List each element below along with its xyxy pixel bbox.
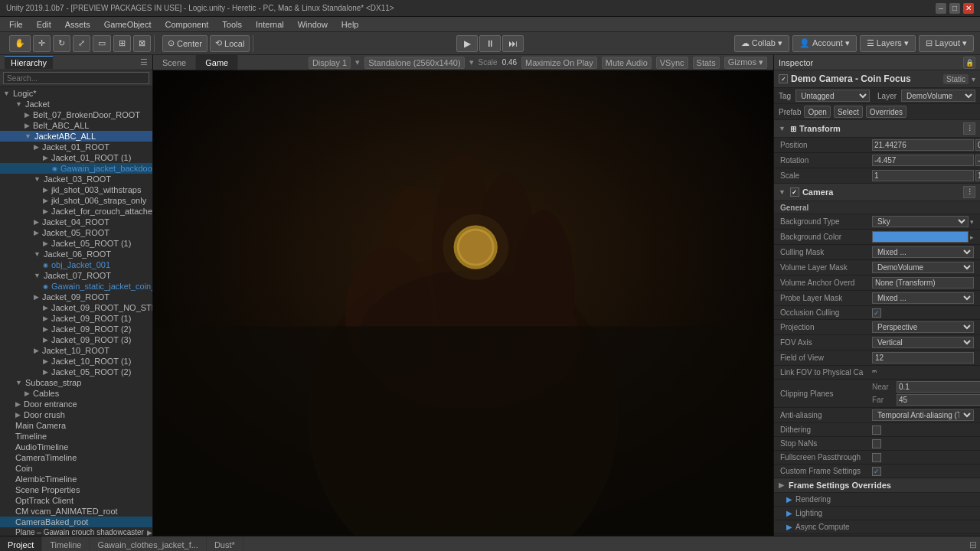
list-item[interactable]: ▼JacketABC_ALL: [0, 131, 152, 142]
list-item[interactable]: CameraTimeline: [0, 452, 152, 463]
prefab-open-btn[interactable]: Open: [804, 106, 830, 118]
menu-help[interactable]: Help: [335, 18, 365, 31]
list-item[interactable]: ▶Cables: [0, 388, 152, 399]
pivot-button[interactable]: ⊙ Center: [162, 35, 207, 52]
menu-gameobject[interactable]: GameObject: [98, 18, 158, 31]
rect-tool[interactable]: ▭: [93, 35, 111, 52]
menu-internal[interactable]: Internal: [250, 18, 290, 31]
bg-type-select[interactable]: Sky: [872, 216, 969, 227]
custom-frame-checkbox[interactable]: [872, 467, 881, 476]
dust-tab[interactable]: Dust*: [207, 536, 243, 551]
pause-button[interactable]: ⏸: [479, 35, 501, 52]
list-item[interactable]: ▼Jacket_03_ROOT: [0, 174, 152, 184]
list-item[interactable]: ◉obj_Jacket_001: [0, 259, 152, 270]
list-item[interactable]: ▶Jacket_01_ROOT: [0, 142, 152, 152]
static-dropdown-icon[interactable]: ▾: [972, 75, 975, 83]
list-item[interactable]: ◉Gawain_static_jacket_coin_spin: [0, 281, 152, 292]
play-button[interactable]: ▶: [456, 35, 478, 52]
list-item[interactable]: CM vcam_ANIMATED_root: [0, 506, 152, 517]
menu-tools[interactable]: Tools: [216, 18, 248, 31]
frame-overrides-section[interactable]: ▶ Frame Settings Overrides: [774, 478, 980, 493]
stop-nans-checkbox[interactable]: [872, 439, 881, 448]
layout-button[interactable]: ⊟ Layout ▾: [919, 35, 974, 52]
project-tab[interactable]: Project: [0, 536, 42, 551]
lighting-row[interactable]: ▶ Lighting: [774, 507, 980, 520]
menu-assets[interactable]: Assets: [59, 18, 96, 31]
list-item[interactable]: Main Camera: [0, 420, 152, 431]
close-button[interactable]: ✕: [963, 3, 974, 14]
list-item[interactable]: ▶Jacket_05_ROOT (2): [0, 367, 152, 377]
list-item[interactable]: ▶Jacket_09_ROOT (2): [0, 324, 152, 334]
list-item[interactable]: ▶Jacket_for_crouch_attached▶: [0, 206, 152, 217]
scale-x-input[interactable]: [872, 170, 974, 181]
fov-axis-select[interactable]: Vertical: [872, 337, 974, 348]
step-button[interactable]: ⏭: [502, 35, 524, 52]
bottom-maximize-icon[interactable]: ⊟: [969, 540, 977, 550]
list-item[interactable]: ▶Jacket_05_ROOT (1): [0, 238, 152, 249]
list-item[interactable]: ▶Jacket_05_ROOT: [0, 227, 152, 238]
fov-input[interactable]: [872, 352, 974, 364]
projection-select[interactable]: Perspective: [872, 321, 974, 333]
game-tab[interactable]: Game: [196, 55, 238, 70]
transform-tool[interactable]: ⊞: [113, 35, 131, 52]
layers-button[interactable]: ☰ Layers ▾: [860, 35, 916, 52]
hierarchy-search[interactable]: [3, 72, 149, 84]
list-item[interactable]: Plane – Gawain crouch shadowcaster▶: [0, 527, 152, 536]
pos-x-input[interactable]: [872, 139, 974, 151]
hierarchy-menu-icon[interactable]: ☰: [140, 57, 148, 67]
hierarchy-root[interactable]: ▼Logic*: [0, 88, 152, 99]
list-item[interactable]: ▶Jacket_09_ROOT (1): [0, 313, 152, 324]
hierarchy-tab[interactable]: Hierarchy: [5, 56, 53, 69]
transform-section[interactable]: ▼ ⊞ Transform ⋮: [774, 120, 980, 138]
camera-menu-icon[interactable]: ⋮: [963, 186, 975, 198]
prefab-overrides-btn[interactable]: Overrides: [866, 106, 906, 118]
list-item[interactable]: ▶Jacket_09_ROOT: [0, 292, 152, 302]
rendering-row[interactable]: ▶ Rendering: [774, 493, 980, 507]
list-item[interactable]: ▶Belt_07_BrokenDoor_ROOT: [0, 109, 152, 120]
list-item[interactable]: ▶Belt_ABC_ALL: [0, 120, 152, 131]
maximize-button[interactable]: Maximize On Play: [521, 57, 597, 69]
list-item[interactable]: ▶Jacket_04_ROOT: [0, 217, 152, 227]
list-item[interactable]: ▼Subcase_strap: [0, 377, 152, 388]
prefab-select-btn[interactable]: Select: [834, 106, 863, 118]
light-loop-row[interactable]: ▶ Light Loop: [774, 534, 980, 536]
rot-y-input[interactable]: [975, 155, 980, 166]
layer-select[interactable]: DemoVolume: [901, 90, 975, 102]
vsync-button[interactable]: VSync: [656, 57, 688, 69]
stats-button[interactable]: Stats: [693, 57, 720, 69]
menu-component[interactable]: Component: [158, 18, 214, 31]
vol-anchor-input[interactable]: [872, 277, 974, 289]
scene-tab[interactable]: Scene: [153, 55, 196, 70]
list-item[interactable]: ▶Jacket_10_ROOT: [0, 345, 152, 356]
list-item[interactable]: AudioTimeline: [0, 442, 152, 452]
account-button[interactable]: 👤 Account ▾: [792, 35, 857, 52]
camera-enable-checkbox[interactable]: [790, 187, 799, 197]
list-item[interactable]: Scene Properties: [0, 484, 152, 495]
list-item[interactable]: CameraBaked_root: [0, 517, 152, 527]
tag-select[interactable]: Untagged: [795, 90, 870, 102]
scale-tool[interactable]: ⤢: [73, 35, 90, 52]
gawain-tab[interactable]: Gawain_clothes_jacket_f...: [90, 536, 206, 551]
gizmos-button[interactable]: Gizmos ▾: [724, 57, 767, 69]
list-item[interactable]: ▶Jacket_10_ROOT (1): [0, 356, 152, 367]
probe-layer-select[interactable]: Mixed ...: [872, 292, 974, 304]
rotate-tool[interactable]: ↻: [53, 35, 70, 52]
culling-select[interactable]: Mixed ...: [872, 246, 974, 258]
lock-icon[interactable]: 🔒: [963, 57, 975, 69]
mute-button[interactable]: Mute Audio: [602, 57, 652, 69]
camera-section[interactable]: ▼ Camera ⋮: [774, 184, 980, 201]
list-item[interactable]: ▶Jacket_01_ROOT (1): [0, 152, 152, 163]
pos-y-input[interactable]: [975, 139, 980, 151]
vol-layer-select[interactable]: DemoVolume: [872, 262, 974, 273]
list-item[interactable]: ▶jkl_shot_006_straps_only: [0, 195, 152, 206]
collab-button[interactable]: ☁ Collab ▾: [734, 35, 789, 52]
list-item[interactable]: Coin: [0, 463, 152, 474]
async-row[interactable]: ▶ Async Compute: [774, 520, 980, 534]
obj-active-checkbox[interactable]: [779, 74, 788, 83]
list-item[interactable]: AlembicTimeline: [0, 474, 152, 484]
menu-window[interactable]: Window: [292, 18, 334, 31]
minimize-button[interactable]: –: [936, 3, 946, 14]
move-tool[interactable]: ✛: [33, 35, 51, 52]
custom-tool[interactable]: ⊠: [133, 35, 151, 52]
list-item[interactable]: OptTrack Client: [0, 495, 152, 506]
